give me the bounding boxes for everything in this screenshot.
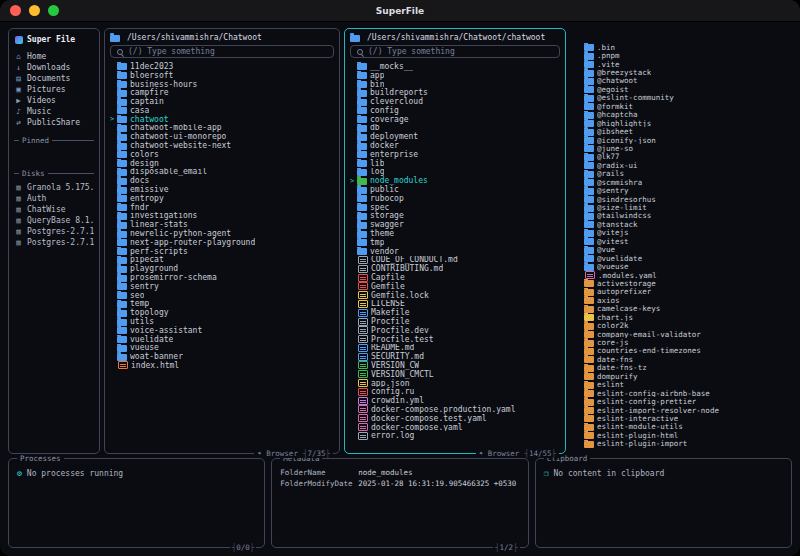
file-row[interactable]: eslint-plugin-import (577, 440, 790, 448)
file-row[interactable]: Gemfile.lock (350, 291, 560, 300)
file-row[interactable]: dompurify (577, 372, 790, 380)
file-row[interactable]: __mocks__ (350, 62, 560, 71)
file-row[interactable]: @vitejs (577, 229, 790, 237)
file-row[interactable]: utils (110, 317, 334, 326)
sidebar-item-documents[interactable]: ▤Documents (14, 73, 94, 84)
disk-item[interactable]: ▥Postgres-2.7.10... (14, 237, 94, 248)
file-row[interactable]: Procfile.test (350, 335, 560, 344)
file-row[interactable]: @vitest (577, 237, 790, 245)
file-row[interactable]: next-app-router-playground (110, 238, 334, 247)
file-row[interactable]: SECURITY.md (350, 352, 560, 361)
file-row[interactable]: @sindresorhus (577, 195, 790, 203)
disk-item[interactable]: ▥ChatWise (14, 204, 94, 215)
file-row[interactable]: campfire (110, 88, 334, 97)
file-row[interactable]: pipecat (110, 256, 334, 265)
file-row[interactable]: >chatwoot (110, 115, 334, 124)
file-row[interactable]: countries-end-timezones (577, 347, 790, 355)
sidebar-item-videos[interactable]: ▶Videos (14, 95, 94, 106)
panel1-search-input[interactable]: (/) Type something (110, 45, 334, 58)
panel2-path-bar[interactable]: /Users/shivammishra/Chatwoot/chatwoot (350, 32, 560, 43)
file-row[interactable]: coverage (350, 115, 560, 124)
file-row[interactable]: fndr (110, 203, 334, 212)
minimize-window-button[interactable] (29, 5, 40, 16)
file-row[interactable]: camelcase-keys (577, 305, 790, 313)
file-row[interactable]: enterprise (350, 150, 560, 159)
file-row[interactable]: LICENSE (350, 300, 560, 309)
file-row[interactable]: docs (110, 176, 334, 185)
file-row[interactable]: docker-compose.test.yaml (350, 414, 560, 423)
file-row[interactable]: disposable_email (110, 168, 334, 177)
sidebar-item-home[interactable]: ⌂Home (14, 51, 94, 62)
file-row[interactable]: casa (110, 106, 334, 115)
file-row[interactable]: Makefile (350, 308, 560, 317)
file-row[interactable]: date-fns-tz (577, 364, 790, 372)
file-row[interactable]: clevercloud (350, 97, 560, 106)
file-row[interactable]: eslint-interactive (577, 414, 790, 422)
file-row[interactable]: @rails (577, 170, 790, 178)
sidebar-item-pictures[interactable]: ▣Pictures (14, 84, 94, 95)
file-row[interactable]: docker-compose.yaml (350, 423, 560, 432)
file-row[interactable]: @formkit (577, 102, 790, 110)
file-row[interactable]: bin (350, 80, 560, 89)
file-row[interactable]: activestorage (577, 279, 790, 287)
file-row[interactable]: error.log (350, 431, 560, 440)
file-row[interactable]: core-js (577, 338, 790, 346)
file-row[interactable]: sentry (110, 282, 334, 291)
file-row[interactable]: chart.js (577, 313, 790, 321)
sidebar-item-downloads[interactable]: ↓Downloads (14, 62, 94, 73)
sidebar-item-publicshare[interactable]: ⇄PublicShare (14, 117, 94, 128)
file-row[interactable]: emissive (110, 185, 334, 194)
file-row[interactable]: company-email-validator (577, 330, 790, 338)
file-row[interactable]: design (110, 159, 334, 168)
file-row[interactable]: @vueuse (577, 262, 790, 270)
file-row[interactable]: eslint-module-utils (577, 423, 790, 431)
file-row[interactable]: @breezystack (577, 68, 790, 76)
file-row[interactable]: README.md (350, 344, 560, 353)
file-row[interactable]: investigations (110, 212, 334, 221)
file-row[interactable]: @sentry (577, 186, 790, 194)
file-row[interactable]: CODE_OF_CONDUCT.md (350, 256, 560, 265)
file-row[interactable]: vueuse (110, 344, 334, 353)
file-row[interactable]: colors (110, 150, 334, 159)
file-row[interactable]: Gemfile (350, 282, 560, 291)
file-row[interactable]: .modules.yaml (577, 271, 790, 279)
file-row[interactable]: seo (110, 291, 334, 300)
file-row[interactable]: entropy (110, 194, 334, 203)
file-row[interactable]: @vuelidate (577, 254, 790, 262)
file-row[interactable]: storage (350, 212, 560, 221)
zoom-window-button[interactable] (48, 5, 59, 16)
file-row[interactable]: @ibsheet (577, 127, 790, 135)
file-row[interactable]: swagger (350, 220, 560, 229)
file-row[interactable]: @radix-ui (577, 161, 790, 169)
file-row[interactable]: .bin (577, 43, 790, 51)
file-row[interactable]: @tailwindcss (577, 212, 790, 220)
file-row[interactable]: CONTRIBUTING.md (350, 264, 560, 273)
file-row[interactable]: Capfile (350, 273, 560, 282)
file-row[interactable]: 11dec2023 (110, 62, 334, 71)
file-row[interactable]: VERSION_CW (350, 361, 560, 370)
file-row[interactable]: @egoist (577, 85, 790, 93)
file-row[interactable]: @iconify-json (577, 136, 790, 144)
file-row[interactable]: Procfile.dev (350, 326, 560, 335)
file-row[interactable]: chatwoot-ui-monorepo (110, 132, 334, 141)
file-row[interactable]: tmp (350, 238, 560, 247)
file-row[interactable]: app.json (350, 379, 560, 388)
file-row[interactable]: >node_modules (350, 176, 560, 185)
file-row[interactable]: axios (577, 296, 790, 304)
file-row[interactable]: @lk77 (577, 153, 790, 161)
disk-item[interactable]: ▥Auth (14, 193, 94, 204)
file-row[interactable]: woat-banner (110, 352, 334, 361)
disk-item[interactable]: ▥Postgres-2.7.10... (14, 226, 94, 237)
file-row[interactable]: spec (350, 203, 560, 212)
file-row[interactable]: voice-assistant (110, 326, 334, 335)
panel1-path-bar[interactable]: /Users/shivammishra/Chatwoot (110, 32, 334, 43)
file-row[interactable]: topology (110, 308, 334, 317)
file-row[interactable]: docker-compose.production.yaml (350, 405, 560, 414)
panel2-search-input[interactable]: (/) Type something (350, 45, 560, 58)
file-row[interactable]: crowdin.yml (350, 396, 560, 405)
file-row[interactable]: docker (350, 141, 560, 150)
file-row[interactable]: lib (350, 159, 560, 168)
file-row[interactable]: @june-so (577, 144, 790, 152)
file-row[interactable]: theme (350, 229, 560, 238)
file-row[interactable]: @highlightjs (577, 119, 790, 127)
